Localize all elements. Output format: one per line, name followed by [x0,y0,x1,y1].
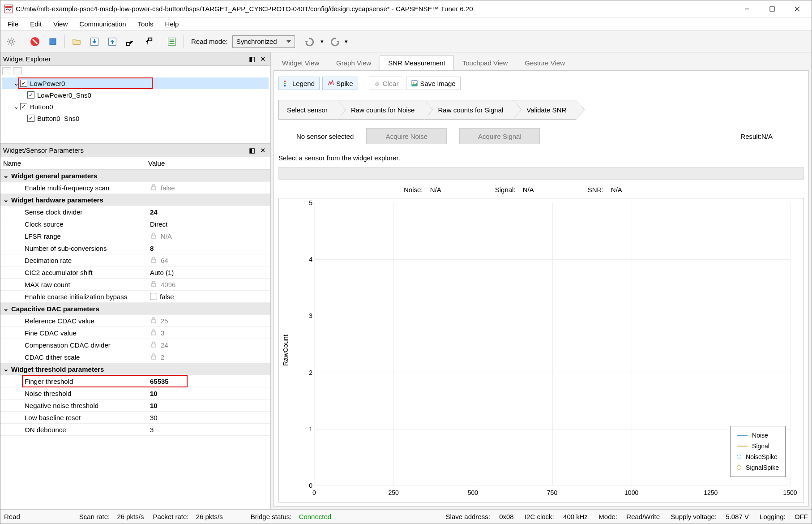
widget-tree[interactable]: ⌄LowPower0LowPower0_Sns0⌄Button0Button0_… [0,77,270,143]
checkbox[interactable] [150,293,157,300]
param-row[interactable]: Low baseline reset30 [0,412,270,424]
checkbox[interactable] [20,103,27,110]
undo-button[interactable] [302,34,318,50]
param-row[interactable]: Negative noise threshold10 [0,399,270,412]
tab-graph-view[interactable]: Graph View [328,55,380,70]
param-value[interactable]: 24 [148,208,270,216]
maximize-button[interactable] [760,1,785,17]
param-group[interactable]: ⌄Capacitive DAC parameters [0,303,270,315]
params-grid[interactable]: ⌄Widget general parametersEnable multi-f… [0,170,270,509]
open-folder-icon[interactable] [68,34,85,50]
result-label: Result:N/A [740,133,773,140]
tab-widget-view[interactable]: Widget View [274,55,328,70]
param-row[interactable]: Number of sub-conversions8 [0,242,270,254]
checkbox[interactable] [27,91,34,99]
step[interactable]: Raw counts for Noise [338,100,425,120]
param-group[interactable]: ⌄Widget hardware parameters [0,194,270,206]
legend-button[interactable]: Legend [278,77,320,90]
param-name: ON debounce [0,426,148,434]
close-button[interactable] [785,1,810,17]
param-row[interactable]: Fine CDAC value3 [0,327,270,339]
export-icon[interactable] [140,34,156,50]
param-value[interactable]: Direct [148,220,270,228]
clear-button[interactable]: Clear [369,77,404,90]
param-value[interactable]: 64 [148,256,270,264]
param-row[interactable]: Finger threshold65535 [0,375,270,387]
menu-help[interactable]: Help [160,18,184,30]
param-value[interactable]: 25 [148,317,270,325]
chevron-down-icon[interactable]: ⌄ [13,103,19,110]
step[interactable]: Validate SNR [513,100,577,120]
tree-item[interactable]: ⌄LowPower0 [2,77,269,89]
param-name: Decimation rate [0,257,148,264]
menu-communication[interactable]: Communication [74,18,131,30]
param-row[interactable]: Reference CDAC value25 [0,315,270,327]
param-value[interactable]: 10 [148,390,270,397]
spike-button[interactable]: Spike [322,77,358,90]
expand-all-icon[interactable] [2,67,11,75]
param-value[interactable]: 24 [148,341,270,349]
param-value[interactable]: N/A [148,232,270,240]
redo-button[interactable] [326,34,342,50]
step[interactable]: Select sensor [278,100,338,120]
param-value[interactable]: 30 [148,414,270,421]
acquire-signal-button[interactable]: Acquire Signal [459,128,540,144]
minimize-button[interactable] [735,1,760,17]
chevron-down-icon[interactable]: ⌄ [13,80,19,86]
tab-gesture-view[interactable]: Gesture View [516,55,573,70]
param-row[interactable]: Compensation CDAC divider24 [0,339,270,351]
param-value[interactable]: false [148,293,270,301]
tab-snr-measurement[interactable]: SNR Measurement [380,55,454,70]
list-icon[interactable] [164,34,180,50]
close-panel-icon[interactable]: ✕ [258,146,268,155]
param-value[interactable]: 3 [148,329,270,337]
read-mode-select[interactable]: Synchronized [232,35,295,48]
param-group[interactable]: ⌄Widget general parameters [0,170,270,182]
acquire-noise-button[interactable]: Acquire Noise [366,128,447,144]
tree-item[interactable]: ⌄Button0 [2,101,269,112]
download-icon[interactable] [86,34,103,50]
param-row[interactable]: ON debounce3 [0,424,270,436]
menu-edit[interactable]: Edit [25,18,47,30]
menu-tools[interactable]: Tools [132,18,159,30]
upload-icon[interactable] [104,34,120,50]
close-panel-icon[interactable]: ✕ [258,54,268,64]
step[interactable]: Raw counts for Signal [425,100,513,120]
collapse-all-icon[interactable] [13,67,22,75]
param-value[interactable]: 4096 [148,280,270,288]
param-value[interactable]: 8 [148,245,270,252]
tab-touchpad-view[interactable]: Touchpad View [454,55,516,70]
gear-icon[interactable] [3,34,19,50]
param-row[interactable]: Enable coarse initialization bypassfalse [0,291,270,303]
stop-icon[interactable] [45,34,61,50]
param-row[interactable]: MAX raw count4096 [0,279,270,291]
detach-icon[interactable]: ◧ [247,146,257,155]
param-value[interactable]: 3 [148,426,270,434]
param-row[interactable]: LFSR rangeN/A [0,230,270,242]
import-icon[interactable] [122,34,138,50]
redo-dropdown[interactable]: ▾ [343,35,350,48]
param-row[interactable]: CIC2 accumulator shiftAuto (1) [0,266,270,279]
checkbox[interactable] [27,115,34,122]
param-group[interactable]: ⌄Widget threshold parameters [0,363,270,375]
param-row[interactable]: Sense clock divider24 [0,206,270,218]
param-value[interactable]: Auto (1) [148,269,270,276]
param-value[interactable]: false [148,184,270,192]
param-row[interactable]: Decimation rate64 [0,254,270,266]
param-row[interactable]: CDAC dither scale2 [0,351,270,363]
checkbox[interactable] [20,80,27,87]
param-value[interactable]: 2 [148,353,270,361]
param-row[interactable]: Clock sourceDirect [0,218,270,230]
param-row[interactable]: Noise threshold10 [0,387,270,399]
menu-file[interactable]: File [2,18,24,30]
param-value[interactable]: 10 [148,402,270,409]
undo-dropdown[interactable]: ▾ [319,35,325,48]
tree-item[interactable]: LowPower0_Sns0 [2,89,269,101]
param-row[interactable]: Enable multi-frequency scanfalse [0,182,270,194]
disconnect-icon[interactable] [27,34,43,50]
menu-view[interactable]: View [48,18,73,30]
tree-item[interactable]: Button0_Sns0 [2,112,269,124]
param-value[interactable]: 65535 [148,378,270,385]
save-image-button[interactable]: Save image [406,77,460,90]
detach-icon[interactable]: ◧ [247,54,257,64]
